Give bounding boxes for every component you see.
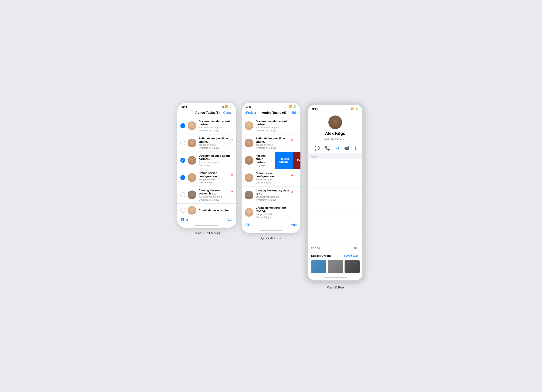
see-all-orders-link[interactable]: See All (22) › bbox=[344, 254, 359, 257]
s2-task-info-2: Estimate for part time emplo... ⚠ Task i… bbox=[256, 137, 293, 149]
s2-task-subtitle-2: Task is overdue bbox=[256, 143, 293, 146]
task-item-6[interactable]: Create demo script for... bbox=[177, 204, 236, 216]
task-due-1: Overdue by 2 days bbox=[199, 129, 233, 132]
order-thumb-3[interactable] bbox=[345, 260, 360, 273]
add-button-2[interactable]: Add bbox=[291, 223, 297, 227]
video-icon[interactable]: 📹 bbox=[344, 146, 349, 151]
task-title-1: Decision needed about partner... bbox=[199, 119, 233, 126]
task-item-3[interactable]: Decision needed about partner... Task is… bbox=[177, 152, 236, 169]
s2-task-item-6[interactable]: Create demo script for testing... Not ye… bbox=[242, 204, 300, 221]
s2-task-item-1[interactable]: Decision needed about partner... Task no… bbox=[242, 117, 300, 134]
checkbox-6[interactable] bbox=[180, 208, 185, 213]
edit-button-2[interactable]: Edit bbox=[292, 111, 298, 115]
task-due-2: Overdue by 2 days bbox=[199, 146, 233, 149]
message-icon[interactable]: 💬 bbox=[314, 146, 320, 151]
task-title-6: Create demo script for... bbox=[199, 209, 233, 212]
note-item-1[interactable]: Trip to Hawaii in June Franck Syren Feb … bbox=[308, 159, 363, 188]
time-2: 9:41 bbox=[246, 105, 251, 108]
note-item-3[interactable]: Just bought a new golfstream 550 Franck … bbox=[308, 216, 363, 244]
phone-icon[interactable]: 📞 bbox=[325, 146, 330, 151]
order-thumb-1[interactable] bbox=[311, 260, 326, 273]
s2-avatar-6 bbox=[244, 208, 253, 217]
task-subtitle-2: Task is overdue bbox=[199, 143, 233, 146]
filter-button-2[interactable]: Filter bbox=[245, 223, 253, 227]
task-item-5[interactable]: Catalog backend system is r... ⚠ Task no… bbox=[177, 186, 236, 204]
task-info-3: Decision needed about partner... Task is… bbox=[199, 154, 233, 166]
request-update-button[interactable]: Request Update bbox=[275, 152, 293, 169]
avatar-5 bbox=[188, 190, 196, 199]
s2-avatar-2 bbox=[244, 139, 253, 147]
task-title-3: Decision needed about partner... bbox=[199, 154, 233, 161]
signal-icon-2 bbox=[285, 105, 288, 108]
delete-label: Delete bbox=[297, 159, 300, 162]
s2-alert-icon-5: ⚠ bbox=[291, 190, 293, 194]
s2-task-subtitle-6: Not yet started bbox=[256, 213, 293, 215]
s2-task-info-3: needed about partner... progress bbox=[256, 154, 268, 167]
delete-button[interactable]: Delete bbox=[293, 152, 300, 169]
checkbox-2[interactable] bbox=[180, 140, 185, 145]
chevron-icon-s2-4: › bbox=[297, 176, 298, 179]
see-all-label[interactable]: See All bbox=[311, 246, 320, 250]
email-icon[interactable]: ✉ bbox=[336, 146, 339, 151]
home-bar-1 bbox=[195, 225, 218, 226]
task-item-2[interactable]: Estimate for part time emplo... ⚠ Task i… bbox=[177, 134, 236, 152]
s2-avatar-5 bbox=[244, 191, 253, 199]
avatar-1 bbox=[188, 121, 196, 130]
task-subtitle-4: Not yet started bbox=[199, 178, 233, 181]
screenshots-container: 9:41 📶 🔋 Active Tasks (6) Cancel bbox=[177, 103, 365, 290]
alert-icon-5: ⚠ bbox=[231, 190, 233, 193]
notes-list: Trip to Hawaii in June Franck Syren Feb … bbox=[308, 159, 363, 244]
s2-task-item-5[interactable]: Catalog backend system is r... ⚠ Task no… bbox=[242, 187, 300, 204]
task-item-1[interactable]: Decision needed about partner... Task no… bbox=[177, 117, 236, 134]
home-indicator-3 bbox=[308, 276, 363, 280]
home-indicator-1 bbox=[177, 224, 236, 228]
checkbox-1[interactable] bbox=[180, 123, 185, 128]
request-update-label: Request Update bbox=[279, 157, 289, 163]
cancel-button-1[interactable]: Cancel bbox=[223, 111, 233, 115]
time-3: 9:41 bbox=[312, 107, 318, 111]
home-indicator-2 bbox=[242, 229, 300, 233]
add-button-1[interactable]: Add bbox=[227, 218, 233, 222]
avatar-4 bbox=[188, 173, 196, 182]
signal-icon-1 bbox=[221, 105, 224, 108]
checkbox-3[interactable] bbox=[180, 158, 185, 163]
s2-task-due-4: Due in 3 days bbox=[256, 181, 293, 184]
note-item-2[interactable]: Disliked the old fashioned design Natash… bbox=[308, 188, 363, 216]
task-list-2: Decision needed about partner... Task no… bbox=[242, 117, 300, 221]
profile-section: Alex Kilgo San Francisco, CA bbox=[308, 112, 363, 143]
note-author-3: Franck Syren bbox=[362, 234, 363, 240]
s2-alert-icon-2: ⚠ bbox=[291, 138, 293, 142]
task-item-4[interactable]: Define server configuration ⚠ Not yet st… bbox=[177, 169, 236, 186]
task-info-1: Decision needed about partner... Task no… bbox=[199, 119, 233, 132]
profile-avatar bbox=[328, 115, 342, 129]
see-all-count: 10 bbox=[354, 246, 357, 250]
task-due-3: Due today bbox=[199, 164, 233, 166]
note-title-1: Trip to Hawaii in June bbox=[362, 161, 363, 174]
see-all-row[interactable]: See All 10 › bbox=[308, 244, 363, 252]
back-label-2: Project bbox=[246, 111, 256, 115]
status-icons-2: 📶 🔋 bbox=[285, 105, 296, 108]
note-author-2: Natasha Girotra bbox=[362, 202, 363, 208]
battery-icon-2: 🔋 bbox=[293, 105, 296, 108]
order-thumb-2[interactable] bbox=[328, 260, 343, 273]
checkbox-5[interactable] bbox=[180, 192, 185, 197]
avatar-2 bbox=[188, 139, 196, 147]
s2-task-item-2[interactable]: Estimate for part time emplo... ⚠ Task i… bbox=[242, 134, 300, 152]
wifi-icon-1: 📶 bbox=[225, 105, 228, 108]
info-icon[interactable]: ℹ bbox=[355, 146, 356, 151]
task-info-5: Catalog backend system is r... ⚠ Task no… bbox=[199, 188, 233, 201]
s2-task-title-4: Define server configuration ⚠ bbox=[256, 172, 293, 178]
s2-task-item-4[interactable]: Define server configuration ⚠ Not yet st… bbox=[242, 169, 300, 187]
s2-task-subtitle-5: Task not yet complete bbox=[256, 195, 293, 198]
filter-button-1[interactable]: Filter bbox=[181, 218, 188, 222]
wifi-icon-2: 📶 bbox=[289, 105, 292, 108]
s2-task-content-3[interactable]: needed about partner... progress › bbox=[242, 152, 275, 169]
s2-task-info-1: Decision needed about partner... Task no… bbox=[256, 119, 293, 132]
checkbox-4[interactable] bbox=[180, 175, 185, 180]
back-button-2[interactable]: ‹ Project bbox=[244, 111, 256, 115]
status-icons-1: 📶 🔋 bbox=[221, 105, 232, 108]
alert-icon-2: ⚠ bbox=[231, 138, 233, 142]
profile-location: San Francisco, CA bbox=[324, 137, 347, 140]
s2-task-title-6: Create demo script for testing... bbox=[256, 206, 293, 213]
avatar-6 bbox=[188, 206, 196, 215]
